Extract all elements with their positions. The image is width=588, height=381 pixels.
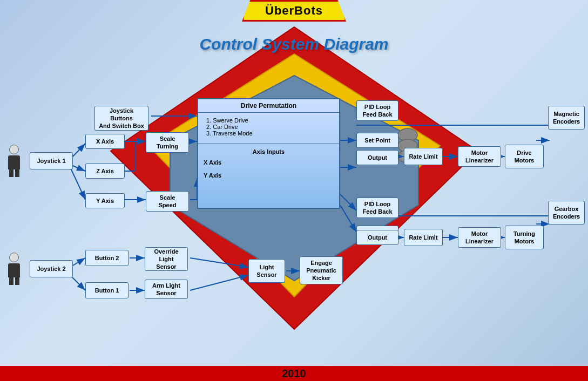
rate-limit1-box: Rate Limit xyxy=(404,148,443,165)
x-axis1-box: X Axis xyxy=(85,134,125,149)
override-light-box: Override Light Sensor xyxy=(145,247,188,271)
footer-year: 2010 xyxy=(282,368,306,380)
axis-labels: X Axis Y Axis xyxy=(198,157,339,181)
y-axis-box: Y Axis xyxy=(85,193,125,208)
title-banner: ÜberBots xyxy=(242,0,346,22)
pid1-output-box: Output xyxy=(356,150,398,165)
footer: 2010 xyxy=(0,366,588,381)
person-icon-1 xyxy=(8,145,20,177)
drive-perm-content: 1. Swerve Drive 2. Car Drive 3. Traverse… xyxy=(198,113,339,141)
pid2-feedback-box: PID Loop Feed Back xyxy=(356,198,398,218)
arm-light-box: Arm Light Sensor xyxy=(145,280,188,299)
joystick2-box: Joystick 2 xyxy=(30,260,73,277)
drive-motors-box: Drive Motors xyxy=(505,145,544,168)
scale-speed-box: Scale Speed xyxy=(146,191,189,212)
person-icon-2 xyxy=(8,253,20,285)
svg-line-40 xyxy=(70,275,85,290)
motor-linear1-box: Motor Linearizer xyxy=(458,146,501,167)
pid1-setpoint-box: Set Point xyxy=(356,133,398,148)
axis-inputs-title: Axis Inputs xyxy=(198,147,339,157)
button1-box: Button 1 xyxy=(85,282,129,298)
pid1-feedback-box: PID Loop Feed Back xyxy=(356,100,398,121)
rate-limit2-box: Rate Limit xyxy=(404,229,443,246)
joystick-buttons-box: Joystick Buttons And Switch Box xyxy=(94,106,148,131)
button2-box: Button 2 xyxy=(85,250,129,266)
joystick1-box: Joystick 1 xyxy=(30,152,73,169)
z-axis-box: Z Axis xyxy=(85,164,125,179)
diagram-title: Control System Diagram xyxy=(199,35,388,53)
drive-perm-title: Drive Permutation xyxy=(198,99,339,113)
svg-line-11 xyxy=(70,167,85,200)
turning-motors-box: Turning Motors xyxy=(505,226,544,249)
mag-encoders-box: Magnetic Encoders xyxy=(548,106,585,130)
engage-kicker-box: Engage Pneumatic Kicker xyxy=(300,256,343,284)
app-title: ÜberBots xyxy=(265,4,323,18)
pid2-output-box: Output xyxy=(356,230,398,245)
scale-turning-box: Scale Turning xyxy=(146,132,189,153)
motor-linear2-box: Motor Linearizer xyxy=(458,227,501,248)
gearbox-encoders-box: Gearbox Encoders xyxy=(548,201,585,224)
drive-perm-box: Drive Permutation 1. Swerve Drive 2. Car… xyxy=(197,98,340,209)
light-sensor-box: Light Sensor xyxy=(248,259,285,283)
